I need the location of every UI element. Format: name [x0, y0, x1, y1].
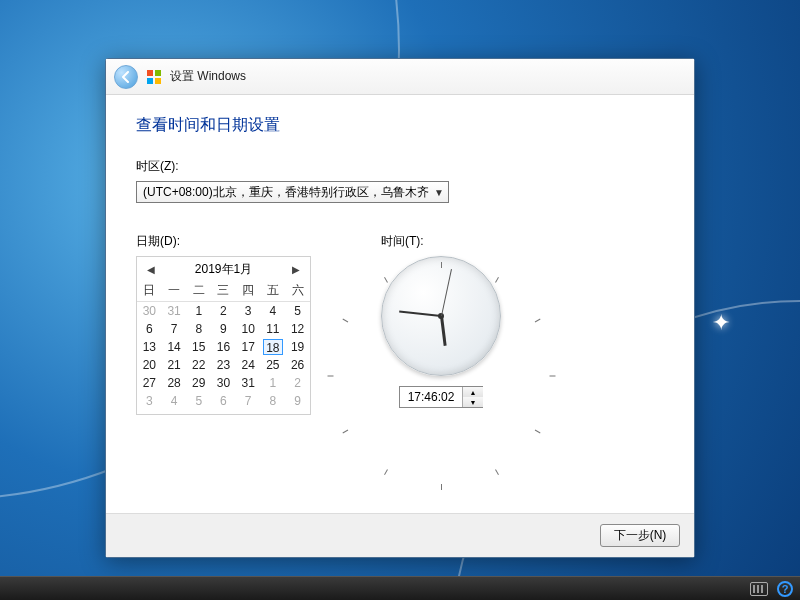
- svg-rect-0: [147, 70, 153, 76]
- calendar-day[interactable]: 4: [261, 302, 286, 320]
- calendar-day[interactable]: 5: [285, 302, 310, 320]
- calendar-day[interactable]: 26: [285, 356, 310, 374]
- calendar-day[interactable]: 21: [162, 356, 187, 374]
- calendar-day[interactable]: 5: [186, 392, 211, 410]
- calendar-day[interactable]: 30: [137, 302, 162, 320]
- time-spin-down[interactable]: ▼: [463, 397, 483, 407]
- calendar-day[interactable]: 20: [137, 356, 162, 374]
- windows-icon: [146, 69, 162, 85]
- calendar-day[interactable]: 19: [285, 338, 310, 356]
- dialog-footer: 下一步(N): [106, 513, 694, 557]
- calendar-day[interactable]: 18: [261, 338, 286, 356]
- calendar-day[interactable]: 13: [137, 338, 162, 356]
- calendar-day[interactable]: 7: [162, 320, 187, 338]
- calendar-day[interactable]: 6: [137, 320, 162, 338]
- calendar-dow: 二: [186, 282, 211, 302]
- calendar-day[interactable]: 3: [236, 302, 261, 320]
- calendar-dow: 四: [236, 282, 261, 302]
- calendar-next-button[interactable]: ▶: [288, 264, 304, 275]
- calendar-day[interactable]: 22: [186, 356, 211, 374]
- keyboard-icon[interactable]: [750, 581, 768, 597]
- calendar-day[interactable]: 16: [211, 338, 236, 356]
- calendar-prev-button[interactable]: ◀: [143, 264, 159, 275]
- calendar-dow: 三: [211, 282, 236, 302]
- calendar-day[interactable]: 2: [285, 374, 310, 392]
- timezone-combobox[interactable]: (UTC+08:00)北京，重庆，香港特别行政区，乌鲁木齐 ▼: [136, 181, 449, 203]
- page-heading: 查看时间和日期设置: [136, 115, 664, 136]
- calendar-grid: 日一二三四五六 30311234567891011121314151617181…: [137, 282, 310, 410]
- calendar-dow: 一: [162, 282, 187, 302]
- calendar-day[interactable]: 11: [261, 320, 286, 338]
- taskbar: ?: [0, 576, 800, 600]
- window-title: 设置 Windows: [170, 68, 246, 85]
- chevron-down-icon: ▼: [434, 187, 444, 198]
- calendar-day[interactable]: 23: [211, 356, 236, 374]
- time-spin-up[interactable]: ▲: [463, 387, 483, 397]
- analog-clock: [381, 256, 501, 376]
- calendar-day[interactable]: 27: [137, 374, 162, 392]
- calendar-day[interactable]: 2: [211, 302, 236, 320]
- calendar-day[interactable]: 7: [236, 392, 261, 410]
- calendar-day[interactable]: 15: [186, 338, 211, 356]
- calendar-dow: 日: [137, 282, 162, 302]
- time-input[interactable]: [400, 387, 462, 407]
- svg-rect-2: [147, 78, 153, 84]
- timezone-selected-value: (UTC+08:00)北京，重庆，香港特别行政区，乌鲁木齐: [143, 184, 429, 201]
- calendar: ◀ 2019年1月 ▶ 日一二三四五六 30311234567891011121…: [136, 256, 311, 415]
- titlebar: 设置 Windows: [106, 59, 694, 95]
- time-spinner[interactable]: ▲ ▼: [399, 386, 483, 408]
- calendar-day[interactable]: 31: [162, 302, 187, 320]
- calendar-day[interactable]: 1: [186, 302, 211, 320]
- calendar-day[interactable]: 31: [236, 374, 261, 392]
- calendar-day[interactable]: 14: [162, 338, 187, 356]
- calendar-day[interactable]: 8: [186, 320, 211, 338]
- calendar-day[interactable]: 17: [236, 338, 261, 356]
- back-button[interactable]: [114, 65, 138, 89]
- setup-dialog: 设置 Windows 查看时间和日期设置 时区(Z): (UTC+08:00)北…: [105, 58, 695, 558]
- calendar-day[interactable]: 10: [236, 320, 261, 338]
- calendar-day[interactable]: 12: [285, 320, 310, 338]
- calendar-day[interactable]: 3: [137, 392, 162, 410]
- calendar-month-title[interactable]: 2019年1月: [159, 261, 288, 278]
- calendar-day[interactable]: 6: [211, 392, 236, 410]
- calendar-dow: 五: [261, 282, 286, 302]
- next-button[interactable]: 下一步(N): [600, 524, 680, 547]
- calendar-day[interactable]: 30: [211, 374, 236, 392]
- calendar-dow: 六: [285, 282, 310, 302]
- svg-rect-1: [155, 70, 161, 76]
- calendar-day[interactable]: 9: [211, 320, 236, 338]
- calendar-day[interactable]: 24: [236, 356, 261, 374]
- calendar-day[interactable]: 25: [261, 356, 286, 374]
- time-label: 时间(T):: [381, 233, 501, 250]
- calendar-day[interactable]: 8: [261, 392, 286, 410]
- calendar-day[interactable]: 9: [285, 392, 310, 410]
- ease-of-access-icon[interactable]: ?: [776, 581, 794, 597]
- calendar-day[interactable]: 1: [261, 374, 286, 392]
- calendar-day[interactable]: 29: [186, 374, 211, 392]
- calendar-day[interactable]: 28: [162, 374, 187, 392]
- svg-rect-3: [155, 78, 161, 84]
- calendar-day[interactable]: 4: [162, 392, 187, 410]
- date-label: 日期(D):: [136, 233, 311, 250]
- decorative-sparkle: ✦: [712, 310, 730, 336]
- timezone-label: 时区(Z):: [136, 158, 664, 175]
